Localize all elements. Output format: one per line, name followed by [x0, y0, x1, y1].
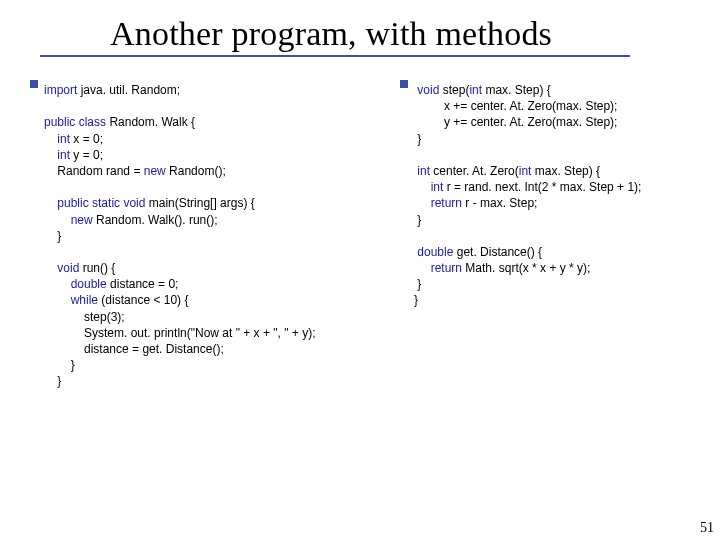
kw-int: int: [414, 180, 443, 194]
txt: x = 0;: [70, 132, 103, 146]
kw-int: int: [44, 132, 70, 146]
txt: }: [414, 132, 421, 146]
title-block: Another program, with methods: [110, 15, 690, 57]
txt: r - max. Step;: [462, 196, 537, 210]
txt: center. At. Zero(: [430, 164, 519, 178]
kw-static: static: [89, 196, 120, 210]
title-underline: [40, 55, 630, 57]
kw-return: return: [414, 261, 462, 275]
right-column: void step(int max. Step) { x += center. …: [400, 82, 710, 390]
txt: java. util. Random;: [77, 83, 180, 97]
txt: }: [44, 358, 75, 372]
txt: Random. Walk {: [106, 115, 195, 129]
txt: Math. sqrt(x * x + y * y);: [462, 261, 590, 275]
txt: distance = get. Distance();: [44, 342, 224, 356]
txt: Random();: [166, 164, 226, 178]
txt: y = 0;: [70, 148, 103, 162]
kw-public: public: [44, 115, 75, 129]
kw-void: void: [44, 261, 79, 275]
kw-new: new: [144, 164, 166, 178]
kw-public: public: [44, 196, 89, 210]
left-column: import java. util. Random; public class …: [30, 82, 400, 390]
kw-int: int: [44, 148, 70, 162]
slide-title: Another program, with methods: [110, 15, 690, 53]
txt: }: [414, 277, 421, 291]
kw-int: int: [519, 164, 532, 178]
txt: max. Step) {: [531, 164, 600, 178]
txt: Random rand =: [44, 164, 144, 178]
bullet-icon: [30, 80, 38, 88]
txt: y += center. At. Zero(max. Step);: [414, 115, 617, 129]
kw-int: int: [469, 83, 482, 97]
page-number: 51: [700, 520, 714, 536]
txt: }: [414, 213, 421, 227]
kw-double: double: [44, 277, 107, 291]
kw-new: new: [44, 213, 93, 227]
txt: r = rand. next. Int(2 * max. Step + 1);: [443, 180, 641, 194]
kw-void: void: [120, 196, 145, 210]
txt: (distance < 10) {: [98, 293, 188, 307]
txt: }: [44, 374, 61, 388]
txt: max. Step) {: [482, 83, 551, 97]
kw-return: return: [414, 196, 462, 210]
txt: }: [44, 229, 61, 243]
txt: System. out. println("Now at " + x + ", …: [44, 326, 315, 340]
txt: Random. Walk(). run();: [93, 213, 218, 227]
kw-void: void: [414, 83, 439, 97]
kw-double: double: [414, 245, 453, 259]
kw-class: class: [75, 115, 106, 129]
txt: step(3);: [44, 310, 125, 324]
left-code: import java. util. Random; public class …: [44, 82, 315, 390]
txt: step(: [439, 83, 469, 97]
right-code: void step(int max. Step) { x += center. …: [414, 82, 641, 390]
content-area: import java. util. Random; public class …: [30, 82, 710, 390]
kw-while: while: [44, 293, 98, 307]
txt: get. Distance() {: [453, 245, 542, 259]
txt: main(String[] args) {: [145, 196, 254, 210]
txt: }: [414, 293, 418, 307]
kw-import: import: [44, 83, 77, 97]
bullet-icon: [400, 80, 408, 88]
txt: run() {: [79, 261, 115, 275]
txt: distance = 0;: [107, 277, 179, 291]
kw-int: int: [414, 164, 430, 178]
txt: x += center. At. Zero(max. Step);: [414, 99, 617, 113]
